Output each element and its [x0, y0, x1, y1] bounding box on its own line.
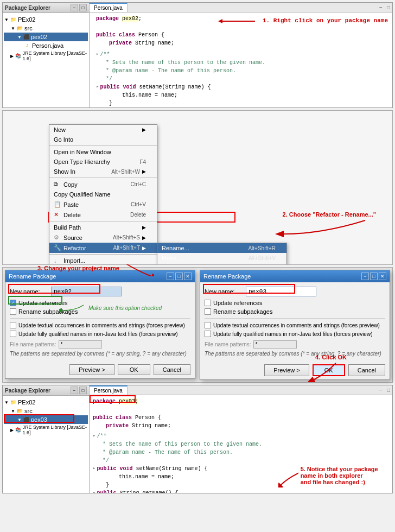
- ctx-goto-label: Go Into: [54, 136, 73, 143]
- tree-arrow-src: ▼: [10, 26, 16, 31]
- import-icon: ↓: [54, 257, 61, 264]
- ctx-show-in-arrow: ▶: [142, 169, 146, 174]
- arrow-svg-check: [59, 302, 86, 313]
- tree-src[interactable]: ▼ 📂 src: [4, 24, 88, 33]
- ctx-refactor[interactable]: 🔧 Refactor Alt+Shift+T ▶ Rename... Alt+S…: [49, 243, 157, 253]
- tree-bottom-package[interactable]: ▼ ⬛ pex03: [4, 415, 88, 424]
- ctx-import[interactable]: ↓ Import...: [49, 256, 157, 265]
- editor-minimize-btn[interactable]: −: [377, 3, 385, 11]
- ctx-goto[interactable]: Go Into: [49, 135, 157, 144]
- dialog-left-chk3[interactable]: [10, 322, 16, 328]
- submenu-move-shortcut: Alt+Shift+V: [249, 255, 276, 261]
- dialog-left-minimize-btn[interactable]: −: [167, 273, 174, 280]
- dialog-right-chk2[interactable]: [205, 308, 211, 315]
- dialog-left-chk4[interactable]: [10, 331, 16, 337]
- code-line-6: ▸ /**: [93, 50, 389, 59]
- package-explorer-bottom: Package Explorer − □ ▼ 📁 PEx02 ▼ 📂 src: [3, 385, 90, 493]
- submenu-infer[interactable]: Infer Generic Type Arguments...: [157, 263, 286, 265]
- ctx-build-path-arrow: ▶: [142, 225, 146, 230]
- pe-bottom-icons: − □: [71, 387, 87, 394]
- bottom-code-line-13: ▸ public String getName() {: [93, 489, 389, 493]
- ctx-refactor-arrow: ▶: [142, 245, 146, 251]
- bottom-editor-minimize[interactable]: −: [377, 386, 385, 394]
- pe-bottom-minimize-btn[interactable]: −: [71, 387, 78, 394]
- bottom-editor-tab-label: Person.java: [94, 388, 123, 394]
- ctx-build-path[interactable]: Build Path ▶: [49, 223, 157, 232]
- ctx-refactor-left: 🔧 Refactor: [54, 244, 86, 251]
- ctx-open-window[interactable]: Open in New Window: [49, 147, 157, 157]
- ctx-sep3: [49, 221, 157, 221]
- ctx-show-in[interactable]: Show In Alt+Shift+W ▶: [49, 167, 157, 176]
- ctx-copy-qualified[interactable]: Copy Qualified Name: [49, 189, 157, 199]
- ctx-show-in-label: Show In: [54, 168, 75, 175]
- dialog-left-maximize-btn[interactable]: □: [175, 273, 183, 280]
- bottom-editor-tab[interactable]: Person.java: [90, 385, 128, 395]
- dialog-left-ok-btn[interactable]: OK: [118, 364, 150, 375]
- dialog-left-chk3-label: Update textual occurrences in comments a…: [18, 322, 185, 328]
- dialog-left-preview-btn[interactable]: Preview >: [69, 364, 114, 375]
- tree-library[interactable]: ▶ 📚 JRE System Library [JavaSE-1.6]: [4, 50, 88, 62]
- dialog-right-chk4[interactable]: [205, 331, 211, 337]
- ctx-sep4: [49, 254, 157, 255]
- ctx-new-arrow: ▶: [142, 127, 146, 132]
- submenu-move[interactable]: Move... Alt+Shift+V: [157, 253, 286, 263]
- submenu-rename[interactable]: Rename... Alt+Shift+R: [157, 243, 286, 253]
- bottom-code-text-3: public class Person {: [93, 414, 161, 422]
- main-container: Package Explorer − □ ▼ 📁 PEx02 ▼ 📂 src: [0, 0, 395, 496]
- dialog-right-chk1[interactable]: [205, 300, 211, 306]
- dialog-right-name-input[interactable]: [246, 287, 316, 296]
- dialog-left-name-input[interactable]: [51, 287, 122, 296]
- dialog-right-cancel-btn[interactable]: Cancel: [348, 364, 385, 376]
- dialog-right-title: Rename Package: [203, 273, 251, 280]
- dialog-right-maximize-btn[interactable]: □: [370, 273, 378, 280]
- dialog-right-titlebar: Rename Package − □ ✕: [200, 270, 390, 282]
- arrow-svg-1: [222, 17, 260, 25]
- code-line-11: this.name = name;: [93, 91, 389, 99]
- ctx-type-hierarchy[interactable]: Open Type Hierarchy F4: [49, 157, 157, 167]
- tree-bottom-src[interactable]: ▼ 📂 src: [4, 407, 88, 415]
- dialog-right-minimize-btn[interactable]: −: [361, 273, 369, 280]
- pe-bottom-maximize-btn[interactable]: □: [79, 387, 87, 394]
- tree-file[interactable]: J Person.java: [4, 41, 88, 50]
- minimize-panel-btn[interactable]: −: [71, 4, 78, 11]
- dialog-left-sep1: [10, 318, 190, 319]
- dialog-left-chk2[interactable]: [10, 308, 16, 315]
- code-text-1: package pex02;: [96, 15, 142, 23]
- dialog-left-cancel-btn[interactable]: Cancel: [154, 364, 190, 375]
- bottom-editor-maximize[interactable]: □: [385, 386, 392, 394]
- code-text-13: public String getName() {: [100, 107, 181, 108]
- ctx-new[interactable]: New ▶: [49, 125, 157, 135]
- dialog-right-wrapper: Rename Package − □ ✕ New name: Update re…: [200, 270, 390, 380]
- ctx-paste[interactable]: 📋 Paste Ctrl+V: [49, 199, 157, 210]
- dialog-right-chk2-row: Rename subpackages: [205, 308, 385, 315]
- code-text-11: this.name = name;: [96, 91, 177, 99]
- src-icon: 📂: [16, 24, 23, 32]
- maximize-panel-btn[interactable]: □: [79, 4, 87, 11]
- bottom-code-comment: /**: [97, 432, 106, 440]
- dialog-right-chk3[interactable]: [205, 322, 211, 328]
- editor-maximize-btn[interactable]: □: [385, 3, 392, 11]
- section-context-menu: New ▶ Go Into Open in New Window Open Ty…: [2, 110, 393, 265]
- dialog-right-preview-btn[interactable]: Preview >: [264, 364, 309, 376]
- tree-project[interactable]: ▼ 📁 PEx02: [4, 15, 88, 24]
- dialog-right-close-btn[interactable]: ✕: [379, 273, 386, 280]
- dialog-left-close-btn[interactable]: ✕: [184, 273, 192, 280]
- dialog-left-patterns-input[interactable]: [59, 340, 102, 349]
- tree-bottom-library[interactable]: ▶ 📚 JRE System Library [JavaSE-1.6]: [4, 424, 88, 436]
- dialog-right-chk1-row: Update references: [205, 300, 385, 306]
- dialog-right-patterns-input[interactable]: [253, 340, 297, 349]
- code-comment: /**: [100, 50, 110, 59]
- tree-bottom-project[interactable]: ▼ 📁 PEx02: [4, 398, 88, 407]
- ctx-source[interactable]: ⚙ Source Alt+Shift+S ▶: [49, 232, 157, 243]
- tree-bottom-project-label: PEx02: [18, 399, 35, 406]
- dialog-left-chk1[interactable]: ✓: [10, 300, 16, 306]
- ctx-copy-label: Copy: [63, 181, 78, 188]
- ctx-delete[interactable]: ✕ Delete Delete: [49, 210, 157, 220]
- tree-arrow-project: ▼: [4, 17, 9, 22]
- dialog-left-wrapper: Rename Package − □ ✕ New name: ✓ Update …: [5, 270, 195, 380]
- editor-tab-person[interactable]: Person.java: [90, 3, 128, 12]
- ctx-copy[interactable]: ⧉ Copy Ctrl+C: [49, 179, 157, 189]
- annotation-5-group: 5. Notice that your package name in both…: [278, 466, 387, 487]
- editor-tab-label: Person.java: [94, 5, 123, 11]
- tree-package[interactable]: ▼ ⬛ pex02: [4, 33, 88, 41]
